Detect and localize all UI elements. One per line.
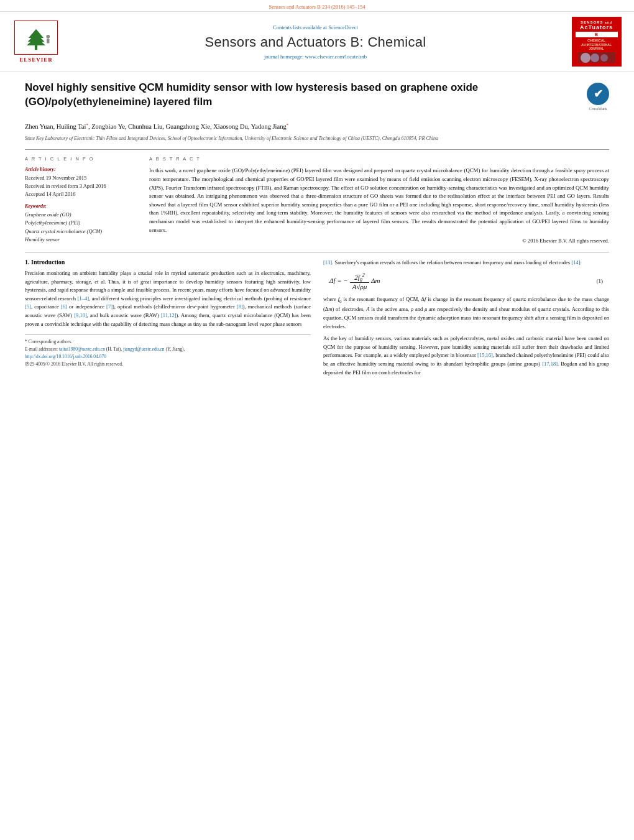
right-intro-text: [13]. Sauerbrey's equation reveals as fo… bbox=[323, 259, 609, 267]
email-line: E-mail addresses: taitai1980@uestc.edu.c… bbox=[25, 346, 311, 353]
received-revised-date: Received in revised form 3 April 2016 bbox=[25, 182, 137, 190]
ref9-10-link[interactable]: [9,10] bbox=[74, 312, 87, 318]
sensors-journal-label: AN INTERNATIONAL JOURNAL bbox=[576, 43, 618, 50]
formula-block: Δf = − 2f02 A√ρμ Δm (1) bbox=[323, 272, 609, 291]
ref6-link[interactable]: [6] bbox=[61, 303, 67, 310]
section1-number: 1. bbox=[25, 259, 30, 265]
sensors-logo-box: SENSORS and AcTuators B CHEMICAL AN INTE… bbox=[570, 17, 623, 67]
section1-title: Introduction bbox=[31, 259, 65, 265]
svg-point-8 bbox=[590, 53, 599, 62]
sensors-thumbnail bbox=[578, 52, 615, 63]
email-label: E-mail addresses: bbox=[25, 346, 58, 352]
received-date: Received 19 November 2015 bbox=[25, 174, 137, 182]
abstract-label: A B S T R A C T bbox=[149, 156, 609, 162]
corresponding-note: * Corresponding authors. bbox=[25, 338, 311, 346]
elsevier-logo: ELSEVIER bbox=[11, 21, 61, 63]
journal-homepage: journal homepage: www.elsevier.com/locat… bbox=[70, 53, 561, 60]
journal-title-block: Contents lists available at ScienceDirec… bbox=[61, 24, 570, 60]
abstract-col: A B S T R A C T In this work, a novel gr… bbox=[149, 156, 609, 244]
formula-numerator: 2f02 bbox=[350, 272, 370, 284]
svg-point-4 bbox=[46, 35, 50, 39]
actuators-text: AcTuators bbox=[580, 24, 613, 30]
info-abstract-section: A R T I C L E I N F O Article history: R… bbox=[25, 149, 609, 244]
contents-line: Contents lists available at ScienceDirec… bbox=[70, 24, 561, 30]
issn-line: 0925-4005/© 2016 Elsevier B.V. All right… bbox=[25, 361, 311, 368]
email2-link[interactable]: jiangyd@uestc.edu.cn bbox=[123, 346, 164, 352]
elsevier-tree-image bbox=[14, 21, 58, 55]
sciencedirect-link[interactable]: ScienceDirect bbox=[328, 24, 358, 30]
sensors-b-label: B bbox=[576, 32, 618, 37]
section1-para1: Precision monitoring on ambient humidity… bbox=[25, 269, 311, 328]
equation-number: (1) bbox=[597, 278, 604, 284]
crossmark-icon: ✔ bbox=[587, 83, 609, 105]
author-names: Zhen Yuan, Huiling Tai*, Zongbiao Ye, Ch… bbox=[25, 123, 288, 130]
doi-line: http://dx.doi.org/10.1016/j.snb.2016.04.… bbox=[25, 353, 311, 361]
homepage-url[interactable]: www.elsevier.com/locate/snb bbox=[305, 53, 367, 60]
abstract-text: In this work, a novel graphene oxide (GO… bbox=[149, 167, 609, 234]
sensors-actuators-logo: SENSORS and AcTuators B CHEMICAL AN INTE… bbox=[572, 17, 622, 67]
formula-delta-m: Δm bbox=[371, 277, 380, 284]
ref8-link[interactable]: [8] bbox=[237, 303, 243, 310]
formula-denominator: A√ρμ bbox=[350, 283, 370, 290]
article-info-col: A R T I C L E I N F O Article history: R… bbox=[25, 156, 137, 244]
crossmark-label: CrossMark bbox=[587, 106, 609, 111]
ref1-4-link[interactable]: [1–4] bbox=[78, 295, 89, 302]
email1-link[interactable]: taitai1980@uestc.edu.cn bbox=[59, 346, 105, 352]
keywords-section: Keywords: Graphene oxide (GO) Poly(ethyl… bbox=[25, 203, 137, 244]
body-left-col: 1. Introduction Precision monitoring on … bbox=[25, 259, 311, 381]
elsevier-tree-svg bbox=[21, 26, 52, 54]
citation-text: Sensors and Actuators B 234 (2016) 145–1… bbox=[269, 4, 365, 10]
authors: Zhen Yuan, Huiling Tai*, Zongbiao Ye, Ch… bbox=[25, 122, 609, 132]
article-history: Article history: Received 19 November 20… bbox=[25, 167, 137, 198]
ref14-link[interactable]: [14] bbox=[571, 259, 580, 265]
journal-citation: Sensors and Actuators B 234 (2016) 145–1… bbox=[0, 0, 634, 11]
abstract-copyright: © 2016 Elsevier B.V. All rights reserved… bbox=[149, 238, 609, 244]
formula-fraction: 2f02 A√ρμ bbox=[350, 272, 370, 291]
body-right-col: [13]. Sauerbrey's equation reveals as fo… bbox=[323, 259, 609, 381]
section1-heading: 1. Introduction bbox=[25, 259, 311, 265]
email1-name: (H. Tai), bbox=[106, 346, 122, 352]
elsevier-text: ELSEVIER bbox=[19, 57, 53, 63]
history-title: Article history: bbox=[25, 167, 137, 172]
keyword-4: Humidity sensor bbox=[25, 236, 137, 244]
delta-f: Δf = − bbox=[329, 277, 348, 284]
footnotes: * Corresponding authors. E-mail addresse… bbox=[25, 335, 311, 368]
svg-point-7 bbox=[581, 53, 590, 63]
sauerbrey-formula: Δf = − 2f02 A√ρμ Δm bbox=[329, 272, 380, 291]
page: Sensors and Actuators B 234 (2016) 145–1… bbox=[0, 0, 634, 840]
accepted-date: Accepted 14 April 2016 bbox=[25, 190, 137, 198]
ref5-link[interactable]: [5] bbox=[25, 303, 31, 310]
article-title: Novel highly sensitive QCM humidity sens… bbox=[25, 81, 609, 109]
crossmark[interactable]: ✔ CrossMark bbox=[587, 83, 609, 111]
ref13-link[interactable]: [13] bbox=[323, 259, 332, 265]
doi-link[interactable]: http://dx.doi.org/10.1016/j.snb.2016.04.… bbox=[25, 354, 106, 359]
body-section: 1. Introduction Precision monitoring on … bbox=[25, 252, 609, 381]
ref11-12-link[interactable]: [11,12] bbox=[161, 312, 176, 318]
keyword-1: Graphene oxide (GO) bbox=[25, 211, 137, 219]
article-content: ✔ CrossMark Novel highly sensitive QCM h… bbox=[0, 72, 634, 387]
ref7-link[interactable]: [7] bbox=[106, 303, 113, 310]
contents-label: Contents lists available at bbox=[273, 24, 327, 30]
thumbnail-svg bbox=[579, 52, 613, 63]
journal-main-title: Sensors and Actuators B: Chemical bbox=[70, 34, 561, 50]
where-text: where f0 is the resonant frequency of QC… bbox=[323, 295, 609, 331]
keyword-3: Quartz crystal microbalance (QCM) bbox=[25, 228, 137, 236]
email2-name: (Y. Jiang). bbox=[165, 346, 185, 352]
article-info-label: A R T I C L E I N F O bbox=[25, 156, 137, 162]
svg-rect-5 bbox=[47, 39, 49, 43]
title-section: ✔ CrossMark Novel highly sensitive QCM h… bbox=[25, 81, 609, 116]
svg-point-9 bbox=[600, 54, 608, 62]
sensors-chemical-label: CHEMICAL bbox=[587, 39, 605, 42]
ref17-18-link[interactable]: [17,18] bbox=[542, 361, 558, 367]
journal-header: ELSEVIER Contents lists available at Sci… bbox=[0, 11, 634, 72]
keywords-title: Keywords: bbox=[25, 203, 137, 209]
keyword-2: Poly(ethyleneimine) (PEI) bbox=[25, 219, 137, 228]
homepage-label: journal homepage: bbox=[264, 53, 304, 60]
ref15-16-link[interactable]: [15,16] bbox=[477, 352, 493, 358]
affiliation: State Key Laboratory of Electronic Thin … bbox=[25, 135, 609, 142]
right-para2: As the key of humidity sensors, various … bbox=[323, 335, 609, 377]
